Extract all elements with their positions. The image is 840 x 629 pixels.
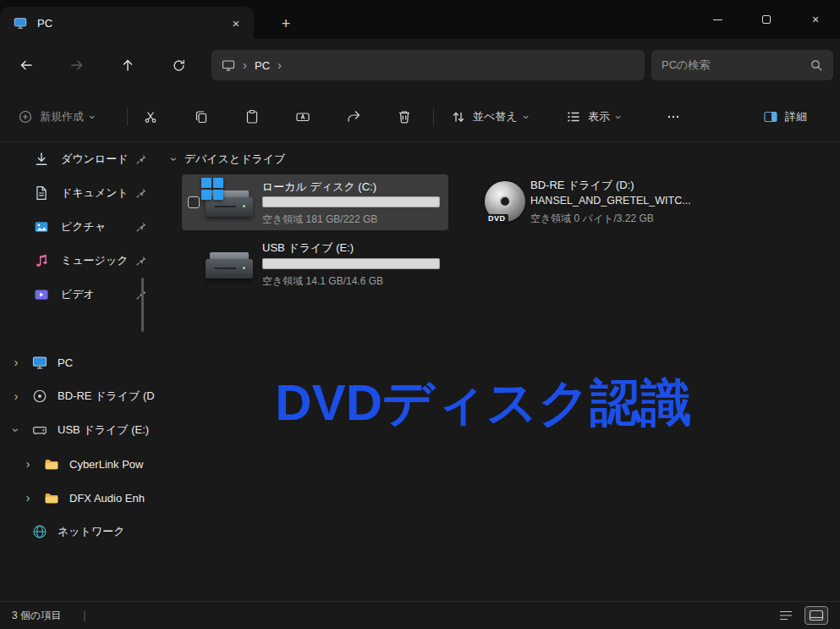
- cut-button[interactable]: [134, 102, 167, 132]
- sidebar-item-documents[interactable]: ドキュメント: [0, 176, 161, 210]
- dvd-logo-label: DVD: [486, 214, 508, 223]
- sidebar-item-downloads[interactable]: ダウンロード: [0, 142, 161, 176]
- details-button[interactable]: 詳細: [755, 102, 815, 132]
- delete-button[interactable]: [387, 102, 421, 132]
- navigation-bar: › PC › PCの検索: [0, 39, 840, 91]
- chevron-down-icon: ›: [520, 115, 531, 119]
- address-bar[interactable]: › PC ›: [211, 50, 645, 80]
- chevron-right-icon: ›: [243, 58, 247, 73]
- maximize-button[interactable]: [742, 0, 791, 39]
- new-button[interactable]: 新規作成 ›: [10, 102, 102, 132]
- back-button[interactable]: [9, 50, 43, 80]
- chevron-right-icon[interactable]: ›: [22, 458, 34, 470]
- view-button[interactable]: 表示 ›: [558, 102, 628, 132]
- network-icon: [32, 524, 47, 539]
- rename-icon: [295, 109, 310, 124]
- drive-slot: [214, 268, 236, 269]
- sort-button[interactable]: 並べ替え ›: [443, 102, 535, 132]
- chevron-down-icon[interactable]: ›: [10, 424, 22, 436]
- sidebar-item-bdre-drive[interactable]: › BD-RE ドライブ (D: [0, 379, 161, 413]
- drive-name: USB ドライブ (E:): [262, 240, 354, 256]
- sidebar-item-label: DFX Audio Enh: [69, 492, 161, 505]
- progress-bar: [262, 258, 440, 269]
- list-view-icon: [778, 610, 793, 621]
- new-tab-button[interactable]: +: [274, 13, 298, 35]
- forward-button[interactable]: [60, 50, 94, 80]
- sidebar-item-dfx-folder[interactable]: › DFX Audio Enh: [0, 481, 161, 515]
- tab-close-button[interactable]: ×: [225, 13, 247, 33]
- drive-item-local-disk-c[interactable]: ローカル ディスク (C:) 空き領域 181 GB/222 GB: [182, 174, 448, 230]
- tab-pc[interactable]: PC ×: [0, 7, 254, 39]
- sidebar-item-label: ピクチャ: [61, 219, 135, 234]
- sidebar-item-label: ドキュメント: [61, 185, 135, 201]
- close-button[interactable]: ×: [791, 0, 840, 39]
- more-button[interactable]: [656, 102, 690, 132]
- sidebar-item-music[interactable]: ミュージック: [0, 244, 161, 278]
- drive-name: BD-RE ドライブ (D:): [530, 178, 634, 193]
- share-button[interactable]: [337, 102, 371, 132]
- view-label: 表示: [588, 109, 610, 124]
- drive-item-bdre-d[interactable]: DVD BD-RE ドライブ (D:) HANSEL_AND_GRETEL_WI…: [478, 174, 757, 230]
- up-button[interactable]: [111, 50, 145, 80]
- section-title: デバイスとドライブ: [184, 152, 286, 167]
- checkbox[interactable]: [188, 196, 200, 208]
- paste-button[interactable]: [235, 102, 269, 132]
- chevron-right-icon[interactable]: ›: [22, 492, 34, 504]
- chevron-right-icon[interactable]: ›: [277, 58, 282, 73]
- sidebar-item-usb-drive[interactable]: › USB ドライブ (E:): [0, 413, 161, 447]
- drive-icon: [204, 183, 255, 222]
- refresh-button[interactable]: [162, 50, 195, 80]
- copy-icon: [194, 109, 209, 124]
- chevron-down-icon[interactable]: ›: [168, 157, 180, 162]
- drive-led: [243, 267, 245, 269]
- new-label: 新規作成: [40, 109, 84, 124]
- details-pane-icon: [763, 109, 778, 124]
- drive-slot: [214, 206, 236, 207]
- minimize-icon: [713, 19, 722, 20]
- folder-icon: [44, 456, 59, 472]
- sidebar-item-label: ネットワーク: [58, 524, 161, 539]
- pin-icon: [135, 255, 147, 267]
- minimize-button[interactable]: [693, 0, 742, 39]
- chevron-right-icon[interactable]: ›: [10, 356, 22, 368]
- search-box[interactable]: PCの検索: [651, 50, 833, 80]
- sidebar-item-cyberlink-folder[interactable]: › CyberLink Pow: [0, 447, 161, 481]
- sidebar-item-network[interactable]: ネットワーク: [0, 515, 161, 549]
- details-view-button[interactable]: [774, 606, 798, 625]
- explorer-window: PC × + × › PC ›: [0, 0, 840, 629]
- sidebar-item-label: CyberLink Pow: [69, 458, 161, 471]
- paste-icon: [244, 109, 260, 124]
- pictures-icon: [34, 219, 49, 234]
- chevron-down-icon: ›: [87, 115, 98, 119]
- music-icon: [34, 253, 49, 268]
- sidebar-item-pc[interactable]: › PC: [0, 345, 161, 379]
- sidebar-item-videos[interactable]: ビデオ: [0, 278, 161, 312]
- view-icon: [566, 109, 581, 124]
- drive-item-usb-e[interactable]: USB ドライブ (E:) 空き領域 14.1 GB/14.6 GB: [182, 237, 448, 293]
- disc-surface: DVD: [485, 181, 525, 222]
- share-icon: [346, 109, 361, 124]
- sidebar-item-label: USB ドライブ (E:): [58, 422, 161, 438]
- breadcrumb-pc[interactable]: PC: [255, 59, 270, 72]
- section-devices-and-drives[interactable]: › デバイスとドライブ: [173, 152, 285, 167]
- chevron-down-icon: ›: [613, 115, 624, 119]
- sort-icon: [451, 109, 466, 124]
- separator: [433, 108, 434, 126]
- sidebar-item-label: BD-RE ドライブ (D: [58, 389, 161, 404]
- sidebar: ダウンロード ドキュメント ピクチャ ミュージック ビデオ › PC: [0, 142, 161, 601]
- titlebar: PC × + ×: [0, 0, 840, 39]
- sidebar-scrollbar[interactable]: [141, 278, 144, 332]
- chevron-right-icon[interactable]: ›: [10, 390, 22, 402]
- pc-icon: [32, 355, 47, 370]
- forward-icon: [69, 58, 85, 73]
- sidebar-item-pictures[interactable]: ピクチャ: [0, 210, 161, 244]
- copy-button[interactable]: [184, 102, 218, 132]
- rename-button[interactable]: [286, 102, 320, 132]
- progress-bar: [262, 196, 440, 207]
- thumbnail-view-icon: [809, 610, 824, 621]
- large-icons-view-button[interactable]: [804, 606, 828, 625]
- usb-drive-icon: [32, 422, 47, 438]
- maximize-icon: [762, 15, 771, 24]
- sidebar-item-label: PC: [58, 356, 161, 369]
- sidebar-item-label: ダウンロード: [61, 152, 135, 167]
